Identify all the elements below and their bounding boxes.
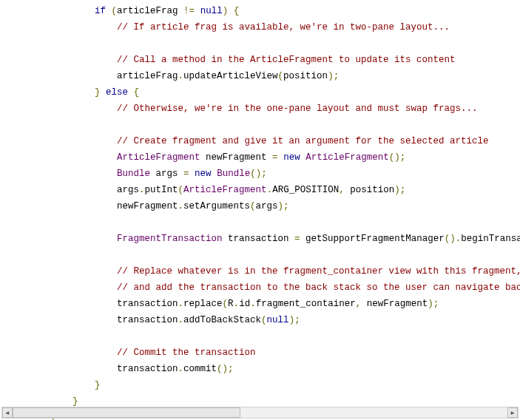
token-pun: .	[234, 299, 240, 309]
token-typ: ArticleFragment	[305, 152, 389, 163]
code-line: // Call a method in the ArticleFragment …	[6, 55, 456, 65]
token-kw: null	[267, 315, 289, 325]
token-pun: );	[328, 71, 339, 81]
code-line	[6, 217, 50, 228]
chevron-left-icon: ◄	[6, 410, 10, 416]
token-pln: transaction	[117, 299, 178, 309]
token-pun: );	[428, 299, 439, 309]
token-pun: );	[289, 315, 300, 325]
code-line: args.putInt(ArticleFragment.ARG_POSITION…	[6, 185, 405, 195]
token-pln: args	[256, 201, 278, 211]
code-line	[6, 331, 50, 342]
scrollbar-thumb[interactable]	[13, 407, 240, 418]
token-pun: (	[112, 6, 118, 16]
token-pln: ARG_POSITION	[272, 185, 339, 195]
token-pun: ();	[389, 152, 406, 163]
scroll-left-button[interactable]: ◄	[2, 407, 13, 418]
code-line: FragmentTransaction transaction = getSup…	[6, 234, 520, 244]
token-pun: !=	[183, 6, 195, 16]
token-pln: setArguments	[183, 201, 250, 211]
token-pln: id	[239, 299, 250, 309]
token-pln: position	[345, 185, 395, 195]
code-line: transaction.addToBackStack(null);	[6, 315, 300, 325]
scroll-right-button[interactable]: ►	[507, 407, 518, 418]
token-pln	[189, 169, 195, 179]
token-pln: fragment_container	[256, 299, 356, 309]
token-cmt: // Create fragment and give it an argume…	[117, 136, 489, 146]
code-line: articleFrag.updateArticleView(position);	[6, 71, 339, 81]
horizontal-scrollbar[interactable]: ◄ ►	[1, 407, 519, 419]
token-cmt: // Replace whatever is in the fragment_c…	[117, 266, 520, 277]
token-pun: ();	[250, 169, 267, 179]
token-pun: .	[139, 185, 145, 195]
token-kw: new	[283, 152, 300, 163]
token-pun: .	[178, 315, 184, 325]
token-pln: args	[150, 169, 183, 179]
code-line: newFragment.setArguments(args);	[6, 201, 289, 211]
token-typ: Bundle	[217, 169, 250, 179]
code-line: }	[6, 380, 101, 390]
token-pln	[101, 87, 107, 98]
code-line: // Commit the transaction	[6, 348, 256, 358]
token-typ: FragmentTransaction	[117, 234, 223, 244]
token-typ: Bundle	[117, 169, 150, 179]
token-pln: articleFrag	[117, 71, 178, 81]
chevron-right-icon: ►	[511, 410, 515, 416]
token-pun: );	[278, 201, 289, 211]
token-pln: transaction	[117, 364, 178, 374]
token-cmt: // Call a method in the ArticleFragment …	[117, 55, 456, 65]
code-line	[6, 120, 50, 130]
token-pln: newFragment	[117, 201, 178, 211]
token-pun: {	[134, 87, 140, 98]
token-pun: .	[178, 364, 184, 374]
token-cmt: // Otherwise, we're in the one-pane layo…	[117, 104, 478, 114]
token-pln	[106, 6, 112, 16]
token-kw: null	[200, 6, 223, 16]
code-line: if (articleFrag != null) {	[6, 6, 239, 16]
token-typ: ArticleFragment	[117, 152, 200, 163]
token-pln	[128, 87, 134, 98]
code-line: ArticleFragment newFragment = new Articl…	[6, 152, 405, 163]
token-pln	[195, 6, 200, 16]
token-pln: transaction	[223, 234, 295, 244]
code-line: // Replace whatever is in the fragment_c…	[6, 266, 520, 277]
token-pln	[278, 152, 284, 163]
token-pun: .	[178, 71, 184, 81]
code-line: // and add the transaction to the back s…	[6, 282, 520, 293]
code-line: Bundle args = new Bundle();	[6, 169, 267, 179]
code-block: if (articleFrag != null) { // If article…	[6, 3, 520, 420]
token-pun: .	[178, 201, 184, 211]
token-pun: }	[95, 380, 101, 390]
token-pln: args	[117, 185, 139, 195]
code-line: transaction.replace(R.id.fragment_contai…	[6, 299, 439, 309]
code-line	[6, 250, 50, 260]
token-pun: }	[72, 396, 78, 407]
code-line: // Create fragment and give it an argume…	[6, 136, 489, 146]
scrollbar-track[interactable]	[13, 407, 507, 418]
token-pun: ();	[217, 364, 234, 374]
token-pun: }	[95, 87, 101, 98]
token-pln: newFragment	[200, 152, 273, 163]
token-pun: );	[394, 185, 405, 195]
token-pln: newFragment	[361, 299, 428, 309]
token-cmt: // If article frag is available, we're i…	[117, 22, 450, 33]
token-kw: new	[195, 169, 212, 179]
code-line	[6, 38, 50, 49]
token-pln: updateArticleView	[183, 71, 278, 81]
token-pun: =	[272, 152, 278, 163]
code-line: transaction.commit();	[6, 364, 234, 374]
token-pun: {	[234, 6, 240, 16]
token-pun: (	[250, 201, 256, 211]
token-pln: R	[228, 299, 234, 309]
token-pun: (	[278, 71, 284, 81]
token-pln: beginTransac	[461, 234, 520, 244]
token-cmt: // Commit the transaction	[117, 348, 256, 358]
token-pun: ,	[339, 185, 345, 195]
token-pln: addToBackStack	[183, 315, 261, 325]
token-pun: (	[178, 185, 184, 195]
token-kw: if	[95, 6, 106, 16]
token-cmt: // and add the transaction to the back s…	[117, 282, 520, 293]
token-pln: articleFrag	[117, 6, 183, 16]
code-line: // Otherwise, we're in the one-pane layo…	[6, 104, 478, 114]
token-pun: .	[267, 185, 273, 195]
